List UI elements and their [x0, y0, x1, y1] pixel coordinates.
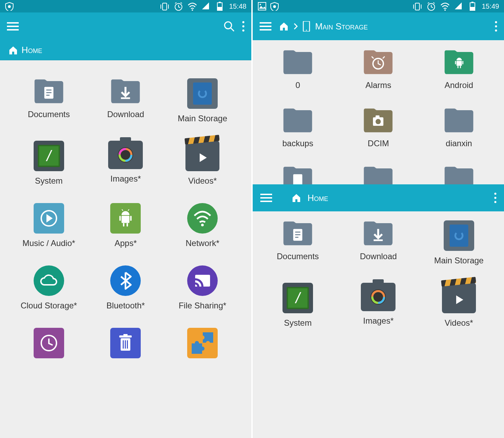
cast-icon	[187, 265, 218, 296]
battery-icon	[468, 2, 477, 11]
folder-0[interactable]: 0	[259, 49, 337, 90]
folder-icon	[362, 166, 394, 184]
item-system[interactable]: / System	[12, 141, 86, 186]
folder-alarm-icon	[362, 49, 394, 76]
item-videos[interactable]: Videos*	[420, 283, 498, 328]
svg-rect-58	[458, 66, 459, 68]
folder-backups[interactable]: backups	[259, 107, 337, 148]
item-label: Download	[107, 110, 144, 119]
item-label: dianxin	[446, 139, 472, 148]
svg-rect-42	[123, 334, 128, 336]
item-videos[interactable]: Videos*	[165, 141, 240, 186]
item-system[interactable]: / System	[259, 283, 337, 328]
folder-doc-icon	[33, 78, 65, 105]
status-bar: 15:48	[0, 0, 251, 12]
item-cloud[interactable]: Cloud Storage*	[12, 265, 86, 310]
svg-rect-66	[295, 234, 301, 235]
svg-point-52	[206, 341, 210, 345]
item-plugins[interactable]	[165, 328, 240, 358]
wifi-circle-icon	[187, 203, 218, 234]
svg-line-38	[128, 209, 129, 211]
svg-point-53	[200, 347, 205, 351]
svg-rect-35	[123, 223, 124, 227]
cloud-icon	[34, 265, 64, 296]
item-label: Videos*	[188, 176, 217, 186]
item-label: System	[35, 176, 63, 186]
status-bar: 15:49	[253, 0, 504, 12]
item-trash[interactable]	[89, 328, 163, 358]
overflow-button[interactable]	[242, 21, 244, 32]
item-label: Alarms	[365, 80, 391, 90]
item-filesharing[interactable]: File Sharing*	[165, 265, 240, 310]
svg-line-37	[122, 209, 123, 211]
breadcrumb-home[interactable]: Home	[307, 193, 328, 203]
item-images[interactable]: Images*	[339, 283, 417, 328]
item-label: Download	[360, 252, 397, 261]
svg-rect-34	[130, 216, 132, 221]
folder-partial-1[interactable]	[259, 166, 337, 184]
music-icon	[34, 203, 64, 234]
item-recent[interactable]	[12, 328, 86, 358]
item-label: Images*	[110, 174, 141, 184]
item-download[interactable]: Download	[339, 220, 417, 265]
item-documents[interactable]: Documents	[259, 220, 337, 265]
chevron-right-icon	[294, 23, 298, 30]
signal-icon	[454, 2, 463, 11]
svg-rect-25	[121, 97, 130, 99]
item-download[interactable]: Download	[89, 78, 163, 123]
toolbar	[0, 12, 251, 40]
svg-rect-68	[374, 239, 383, 241]
folder-partial-3[interactable]	[420, 166, 498, 184]
item-main-storage[interactable]: Main Storage	[165, 78, 240, 123]
folder-camera-icon	[362, 107, 394, 134]
picture-icon	[258, 2, 267, 11]
item-apps[interactable]: Apps*	[89, 203, 163, 248]
home-icon	[292, 193, 301, 203]
search-button[interactable]	[224, 21, 235, 32]
puzzle-icon	[187, 328, 218, 358]
vibrate-icon	[412, 2, 422, 11]
svg-point-62	[376, 119, 381, 124]
breadcrumb-main-storage: Main Storage	[315, 21, 368, 32]
item-label: File Sharing*	[179, 301, 226, 310]
item-bluetooth[interactable]: Bluetooth*	[89, 265, 163, 310]
right-screen: 15:49 Main Storage 0 Alarms Android	[253, 0, 504, 438]
svg-rect-24	[46, 95, 49, 96]
svg-rect-43	[123, 340, 124, 349]
menu-button[interactable]	[7, 22, 19, 30]
menu-button[interactable]	[260, 22, 271, 30]
camera-icon	[361, 283, 396, 311]
folder-icon	[443, 166, 475, 184]
folder-icon	[281, 107, 314, 134]
alarm-icon	[174, 2, 183, 11]
status-time: 15:49	[482, 2, 499, 10]
item-music[interactable]: Music / Audio*	[12, 203, 86, 248]
item-network[interactable]: Network*	[165, 203, 240, 248]
bluetooth-icon	[110, 265, 141, 296]
svg-rect-57	[462, 61, 463, 64]
folder-partial-2[interactable]	[339, 166, 417, 184]
folder-dcim[interactable]: DCIM	[339, 107, 417, 148]
clapper-icon	[185, 141, 219, 171]
item-documents[interactable]: Documents	[12, 78, 86, 123]
overflow-button[interactable]	[495, 21, 497, 32]
overflow-button[interactable]	[494, 193, 496, 203]
folder-alarms[interactable]: Alarms	[339, 49, 417, 90]
folder-android[interactable]: Android	[420, 49, 498, 90]
breadcrumb[interactable]: Main Storage	[279, 21, 368, 32]
item-main-storage[interactable]: Main Storage	[420, 220, 498, 265]
folder-android-icon	[443, 49, 475, 76]
item-label: Music / Audio*	[23, 238, 75, 248]
item-label: Videos*	[445, 318, 473, 328]
item-label: DCIM	[368, 139, 389, 148]
folder-dianxin[interactable]: dianxin	[420, 107, 498, 148]
alarm-icon	[426, 2, 435, 11]
phone-icon	[303, 21, 310, 32]
top-panel-content: 0 Alarms Android backups DCIM dianxin	[253, 40, 504, 184]
breadcrumb[interactable]: Home	[0, 40, 251, 60]
menu-button[interactable]	[260, 194, 272, 202]
item-label: Main Storage	[178, 114, 227, 123]
svg-rect-67	[295, 237, 298, 238]
item-images[interactable]: Images*	[89, 141, 163, 186]
svg-rect-56	[455, 61, 456, 64]
